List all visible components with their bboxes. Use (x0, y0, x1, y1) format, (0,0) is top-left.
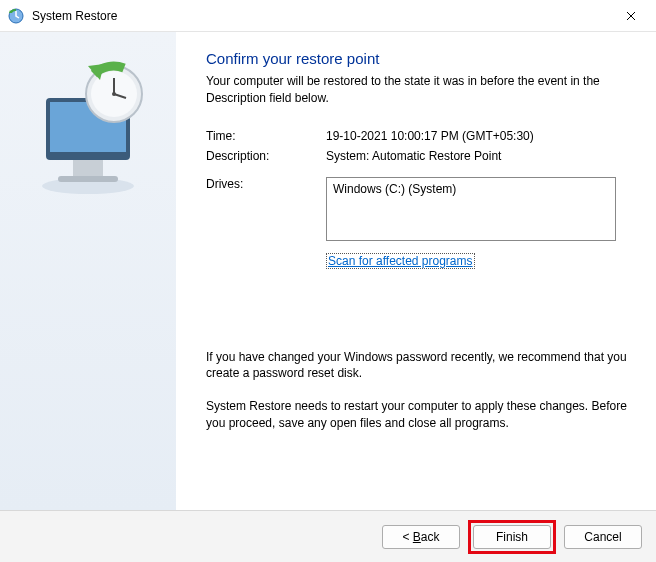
svg-rect-4 (58, 176, 118, 182)
time-label: Time: (206, 129, 326, 143)
back-button[interactable]: < Back (382, 525, 460, 549)
description-row: Description: System: Automatic Restore P… (206, 149, 632, 163)
time-row: Time: 19-10-2021 10:00:17 PM (GMT+05:30) (206, 129, 632, 143)
window-title: System Restore (32, 9, 608, 23)
restore-illustration (18, 48, 158, 198)
description-value: System: Automatic Restore Point (326, 149, 632, 163)
time-value: 19-10-2021 10:00:17 PM (GMT+05:30) (326, 129, 632, 143)
scan-affected-programs-link[interactable]: Scan for affected programs (326, 253, 475, 269)
restart-note: System Restore needs to restart your com… (206, 398, 632, 432)
password-note: If you have changed your Windows passwor… (206, 349, 632, 383)
drives-label: Drives: (206, 177, 326, 241)
finish-button[interactable]: Finish (473, 525, 551, 549)
finish-highlight: Finish (468, 520, 556, 554)
sidebar (0, 32, 176, 510)
drive-item[interactable]: Windows (C:) (System) (333, 182, 609, 196)
drives-row: Drives: Windows (C:) (System) (206, 177, 632, 241)
button-bar: < Back Finish Cancel (0, 510, 656, 562)
cancel-button[interactable]: Cancel (564, 525, 642, 549)
page-subheading: Your computer will be restored to the st… (206, 73, 632, 107)
titlebar: System Restore (0, 0, 656, 32)
page-heading: Confirm your restore point (206, 50, 632, 67)
system-restore-icon (8, 8, 24, 24)
drives-listbox[interactable]: Windows (C:) (System) (326, 177, 616, 241)
close-button[interactable] (608, 1, 654, 31)
description-label: Description: (206, 149, 326, 163)
content-area: Confirm your restore point Your computer… (0, 32, 656, 510)
svg-point-11 (112, 92, 116, 96)
main-panel: Confirm your restore point Your computer… (176, 32, 656, 510)
svg-rect-3 (73, 158, 103, 178)
